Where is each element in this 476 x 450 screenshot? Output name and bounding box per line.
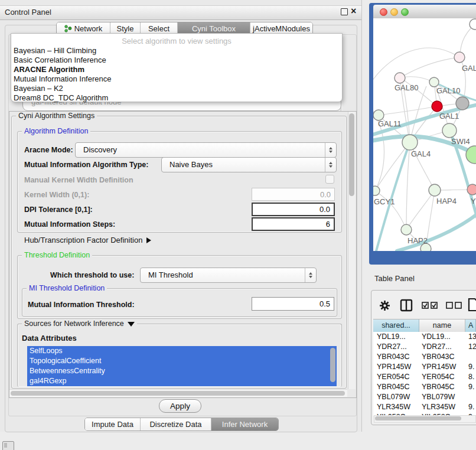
sources-group-expander[interactable]: Sources for Network Inference — [22, 320, 137, 328]
cell[interactable]: YER054C — [422, 372, 465, 382]
node-label: GAL11 — [378, 119, 402, 128]
scrollbar-thumb[interactable] — [11, 391, 345, 396]
tab-impute-data-label: Impute Data — [92, 420, 133, 429]
cell[interactable]: YBR045C — [377, 382, 419, 392]
select-all-checkboxes-icon[interactable] — [422, 302, 438, 309]
popup-item-bayesian-hill-climbing[interactable]: Bayesian – Hill Climbing — [14, 46, 338, 56]
scrollbar-thumb[interactable] — [349, 113, 354, 196]
deselect-all-checkboxes-icon[interactable] — [446, 302, 462, 309]
cell[interactable]: YPR145W — [422, 362, 465, 372]
node-swi4[interactable] — [442, 123, 457, 138]
cell[interactable]: YLR345W — [377, 402, 419, 412]
column-header-partial[interactable]: A — [465, 319, 476, 332]
kernel-width-field[interactable]: 0.0 — [252, 188, 335, 201]
cell[interactable]: YDL19... — [422, 332, 465, 342]
settings-horizontal-scrollbar[interactable] — [9, 389, 347, 397]
popup-placeholder: Select algorithm to view settings — [11, 37, 342, 45]
mi-threshold-label: Mutual Information Threshold: — [28, 301, 135, 309]
tab-impute-data[interactable]: Impute Data — [85, 418, 141, 431]
node-label: GCY1 — [374, 197, 395, 206]
column-header-name[interactable]: name — [419, 319, 465, 332]
cell[interactable]: YLR345W — [422, 402, 465, 412]
network-window-titlebar[interactable] — [373, 5, 476, 19]
tab-network-label: Network — [74, 24, 103, 33]
table-row[interactable]: YDL19...YDL19...13 — [373, 332, 476, 342]
list-item[interactable]: gal4RGexp — [27, 376, 337, 386]
hub-definition-expander[interactable]: Hub/Transcription Factor Definition — [24, 236, 151, 244]
node-gal10[interactable] — [429, 77, 439, 87]
manual-kernel-width-checkbox[interactable] — [325, 175, 334, 184]
close-panel-icon[interactable]: × — [351, 6, 356, 17]
table-row[interactable]: YBR045CYBR045C9. — [373, 382, 476, 392]
table-row[interactable]: YDR27...YDR27...12 — [373, 342, 476, 352]
node-gal4[interactable] — [402, 135, 418, 150]
cell[interactable]: YBL079W — [422, 392, 465, 402]
popup-item-dream8[interactable]: Dream8 DC_TDC Algorithm — [14, 93, 338, 103]
list-item[interactable]: BetweennessCentrality — [27, 366, 337, 376]
window-close-button[interactable] — [380, 8, 387, 16]
cell[interactable]: YDL19... — [377, 332, 419, 342]
popup-item-aracne[interactable]: ARACNE Algorithm — [14, 65, 338, 74]
mi-threshold-field[interactable]: 0.5 — [252, 297, 334, 311]
cell[interactable]: 12 — [468, 342, 476, 352]
node-hap4[interactable] — [429, 184, 441, 196]
new-table-icon[interactable] — [468, 298, 476, 312]
list-item[interactable]: SelfLoops — [27, 346, 337, 356]
cell[interactable]: YBR043C — [422, 352, 465, 362]
mi-algorithm-type-combobox[interactable]: Naive Bayes — [161, 157, 337, 172]
node-gal-partial[interactable] — [454, 52, 465, 63]
table-row[interactable]: YLR345WYLR345W9. — [373, 402, 476, 412]
settings-vertical-scrollbar[interactable] — [348, 112, 356, 389]
node-gray[interactable] — [456, 97, 469, 110]
node-salmon[interactable] — [467, 184, 476, 195]
dpi-tolerance-field[interactable]: 0.0 — [252, 203, 335, 216]
node-gal80[interactable] — [395, 73, 405, 83]
tab-select-label: Select — [148, 24, 169, 33]
tab-infer-network[interactable]: Infer Network — [211, 418, 278, 431]
cell[interactable]: 8. — [468, 372, 476, 382]
node-unnamed[interactable] — [470, 19, 476, 30]
table-row[interactable]: YBL079WYBL079W — [373, 392, 476, 402]
cell[interactable]: YDR27... — [377, 342, 419, 352]
node-label: GAL80 — [395, 83, 418, 92]
table-row[interactable]: YER054CYER054C8. — [373, 372, 476, 382]
node-hap2[interactable] — [401, 224, 412, 235]
table-row[interactable]: YBR043CYBR043C — [373, 352, 476, 362]
table-horizontal-scrollbar[interactable] — [374, 415, 476, 423]
cell[interactable]: 13 — [468, 332, 476, 342]
cell[interactable]: YBR045C — [422, 382, 465, 392]
tab-infer-network-label: Infer Network — [222, 420, 268, 429]
gear-icon[interactable] — [379, 300, 390, 311]
popup-item-bayesian-k2[interactable]: Bayesian – K2 — [14, 84, 338, 93]
cyni-algorithm-settings-title: Cyni Algorithm Settings — [16, 112, 97, 120]
mi-steps-field[interactable]: 6 — [252, 217, 335, 231]
cell[interactable]: YBR043C — [377, 352, 419, 362]
popup-item-mutual-information[interactable]: Mutual Information Inference — [14, 74, 338, 84]
popup-item-basic-correlation[interactable]: Basic Correlation Inference — [14, 56, 338, 65]
cell[interactable]: YDR27... — [422, 342, 465, 352]
list-scrollbar-thumb[interactable] — [330, 348, 335, 382]
cell[interactable]: 9. — [468, 362, 476, 372]
cell[interactable]: 9. — [468, 402, 476, 412]
column-header-shared-name[interactable]: shared... — [373, 319, 419, 332]
apply-button[interactable]: Apply — [159, 399, 201, 413]
cell[interactable]: 9. — [468, 382, 476, 392]
tab-discretize-data[interactable]: Discretize Data — [141, 418, 211, 431]
window-minimize-button[interactable] — [390, 8, 398, 16]
cell[interactable]: YER054C — [377, 372, 419, 382]
which-threshold-combobox[interactable]: MI Threshold — [140, 268, 317, 283]
cell[interactable]: YBL079W — [377, 392, 419, 402]
split-columns-icon[interactable] — [400, 299, 413, 312]
minimized-panel-icon[interactable] — [2, 441, 14, 450]
node-gal1[interactable] — [432, 101, 442, 112]
scrollbar-thumb[interactable] — [375, 416, 461, 420]
aracne-mode-combobox[interactable]: Discovery — [75, 142, 337, 158]
node-gcy1[interactable] — [373, 186, 380, 195]
cell[interactable]: YPR145W — [377, 362, 419, 372]
data-attributes-list: SelfLoops TopologicalCoefficient Between… — [27, 346, 337, 386]
table-row[interactable]: YPR145WYPR145W9. — [373, 362, 476, 372]
float-panel-icon[interactable] — [341, 8, 348, 15]
list-item[interactable]: TopologicalCoefficient — [27, 356, 337, 366]
window-zoom-button[interactable] — [401, 8, 409, 16]
network-canvas[interactable]: GAL GAL80 GAL10 GAL1 GAL11 SWI4 GAL4 GCY… — [373, 18, 476, 251]
